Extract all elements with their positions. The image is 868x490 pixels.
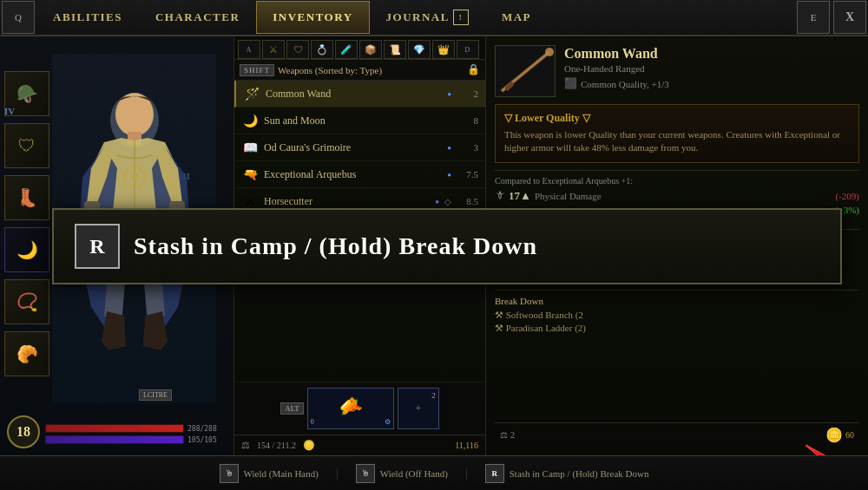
list-item[interactable]: 🌙 Sun and Moon 8 (234, 108, 485, 134)
lock-icon: 🔒 (467, 63, 480, 76)
item-name-sunmoon: Sun and Moon (264, 114, 451, 127)
item-dot-horsecutter: ● (435, 198, 439, 206)
wield-off-label: Wield (Off Hand) (380, 468, 448, 479)
stash-action-text: Stash in Camp / (Hold) Break Down (134, 232, 537, 260)
item-header: Common Wand One-Handed Ranged ⬛ Common Q… (495, 45, 859, 97)
hp-bar-track (45, 424, 184, 433)
item-count-horsecutter: 8.5 (457, 196, 478, 206)
tab-icon-a[interactable]: A (238, 40, 260, 59)
gold-amount: 11,116 (455, 441, 478, 450)
equipped-weapons-area: ALT 🔫 0 ⚙ + 2 (234, 382, 485, 434)
tab-character[interactable]: CHARACTER (139, 1, 256, 34)
item-count-wand: 2 (457, 88, 478, 99)
inventory-footer: ⚖ 154 / 211.2 🪙 11,116 (234, 434, 485, 455)
tab-journal[interactable]: JOURNAL ! (370, 1, 485, 34)
tab-icon-grimoire[interactable]: 📜 (384, 40, 406, 59)
tab-icon-consumables[interactable]: 🧪 (335, 40, 358, 59)
item-name-horsecutter: Horsecutter (264, 195, 430, 208)
shift-badge: SHIFT (240, 64, 274, 76)
item-icon-grimoire: 📖 (241, 139, 259, 156)
warning-text: This weapon is lower Quality than your c… (504, 128, 850, 155)
roman-numeral-iv: IV (4, 106, 15, 116)
hp-bar-fill (46, 425, 183, 432)
item-icon-horsecutter: ⚔ (241, 193, 259, 210)
mp-bar-track (45, 435, 184, 444)
equip-slot-item[interactable]: 🥐 (4, 331, 49, 376)
svg-point-6 (130, 173, 139, 181)
tab-icon-crown[interactable]: 👑 (432, 40, 455, 59)
tab-abilities[interactable]: ABILITIES (36, 1, 139, 34)
quality-icon: ⬛ (564, 77, 577, 90)
tab-icon-armor[interactable]: 🛡 (286, 40, 309, 59)
tab-icon-weapons[interactable]: ⚔ (262, 40, 285, 59)
damage-name: Physical Damage (535, 191, 832, 201)
inventory-tabs: A ⚔ 🛡 💍 🧪 📦 📜 💎 👑 D (234, 36, 485, 60)
off-hand-count: 2 (431, 391, 436, 400)
mp-text: 105/105 (187, 436, 227, 444)
tab-icon-misc[interactable]: 📦 (359, 40, 382, 59)
list-item[interactable]: 📖 Od Caura's Grimoire ● 3 (234, 134, 485, 161)
item-slot-icon: 🥐 (16, 343, 38, 364)
list-item[interactable]: 🔫 Exceptional Arquebus ● 7.5 (234, 161, 485, 188)
tab-icon-diamond[interactable]: 💎 (408, 40, 431, 59)
tab-icon-accessories[interactable]: 💍 (311, 40, 333, 59)
quality-warning: ▽ Lower Quality ▽ This weapon is lower Q… (495, 104, 859, 163)
item-thumbnail (495, 45, 556, 97)
equipped-weapons-row: ALT 🔫 0 ⚙ + 2 (240, 388, 480, 429)
hp-bar-row: 288/288 (45, 424, 227, 433)
lcitre-badge-area: LCITRE (139, 385, 172, 401)
wield-main-key: 🖱 (220, 464, 239, 483)
top-navigation: Q ABILITIES CHARACTER INVENTORY JOURNAL … (0, 0, 868, 36)
item-dot-wand: ● (447, 90, 451, 98)
alt-badge: ALT (280, 402, 304, 415)
item-name-arquebus: Exceptional Arquebus (264, 168, 442, 181)
nav-close-button[interactable]: X (833, 1, 866, 34)
health-bars: 288/288 105/105 (45, 424, 227, 447)
nav-icon-e[interactable]: E (797, 1, 830, 34)
nav-icon-q[interactable]: Q (2, 1, 35, 34)
item-icon-sunmoon: 🌙 (241, 112, 259, 129)
main-weapon-icon: 🔫 (334, 392, 366, 424)
equipment-slots-left: 🪖 🛡 👢 🌙 📿 🥐 (4, 71, 49, 376)
warning-title: ▽ Lower Quality ▽ (504, 112, 850, 125)
action-wield-main[interactable]: 🖱 Wield (Main Hand) (220, 464, 319, 483)
divider-2: | (465, 467, 468, 480)
level-badge: 18 (7, 415, 40, 448)
damage-value: 17▲ (509, 189, 531, 203)
item-title-block: Common Wand One-Handed Ranged ⬛ Common Q… (564, 45, 859, 90)
amulet-slot-icon: 📿 (16, 291, 38, 312)
item-type: One-Handed Ranged (564, 63, 859, 74)
damage-diff: (-209) (836, 191, 860, 201)
action-stash[interactable]: R Stash in Camp / (Hold) Break Down (485, 464, 649, 483)
equip-slot-ring[interactable]: 🌙 (4, 227, 49, 272)
main-hand-slot[interactable]: 🔫 0 ⚙ (307, 388, 394, 429)
item-icon-wand: 🪄 (243, 85, 260, 102)
breakdown-title: Break Down (495, 296, 859, 306)
item-name-grimoire: Od Caura's Grimoire (264, 141, 442, 154)
inventory-filter-row: SHIFT Weapons (Sorted by: Type) 🔒 (234, 60, 485, 81)
head-slot-icon: 🪖 (16, 83, 38, 104)
quality-text: Common Quality, +1/3 (581, 79, 669, 89)
list-item[interactable]: 🪄 Common Wand ● 2 (234, 81, 485, 108)
wand-image (497, 48, 554, 95)
equip-slot-amulet[interactable]: 📿 (4, 279, 49, 324)
ring-slot-icon: 🌙 (16, 239, 38, 260)
item-weight-stat: ⚖ 2 (500, 430, 515, 440)
equip-slot-armor[interactable]: 🛡 (4, 123, 49, 168)
tab-inventory[interactable]: INVENTORY (256, 1, 369, 34)
action-wield-off[interactable]: 🖱 Wield (Off Hand) (356, 464, 448, 483)
bottom-action-bar: 🖱 Wield (Main Hand) | 🖱 Wield (Off Hand)… (0, 455, 868, 490)
tab-map[interactable]: MAP (485, 1, 548, 34)
divider-1: | (336, 467, 339, 480)
boots-slot-icon: 👢 (16, 187, 38, 208)
filter-label: Weapons (Sorted by: Type) (278, 65, 464, 75)
equip-slot-boots[interactable]: 👢 (4, 175, 49, 220)
wield-main-label: Wield (Main Hand) (244, 468, 319, 479)
item-name-wand: Common Wand (266, 88, 442, 101)
item-quality: ⬛ Common Quality, +1/3 (564, 77, 859, 90)
tab-icon-d[interactable]: D (457, 40, 479, 59)
stash-overlay: R Stash in Camp / (Hold) Break Down (52, 208, 842, 284)
off-hand-slot[interactable]: + 2 (398, 388, 439, 429)
stash-label: Stash in Camp / (Hold) Break Down (510, 468, 649, 479)
comparison-label: Compared to Exceptional Arquebus +1: (495, 176, 859, 186)
